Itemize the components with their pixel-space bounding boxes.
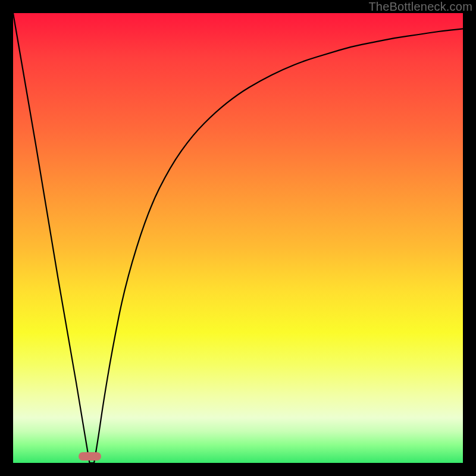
watermark-text: TheBottleneck.com: [368, 0, 472, 14]
chart-frame: TheBottleneck.com: [0, 0, 476, 476]
optimal-marker: [79, 452, 101, 461]
plot-area: [13, 13, 463, 463]
curve-svg: [13, 13, 463, 463]
bottleneck-curve: [13, 13, 463, 463]
